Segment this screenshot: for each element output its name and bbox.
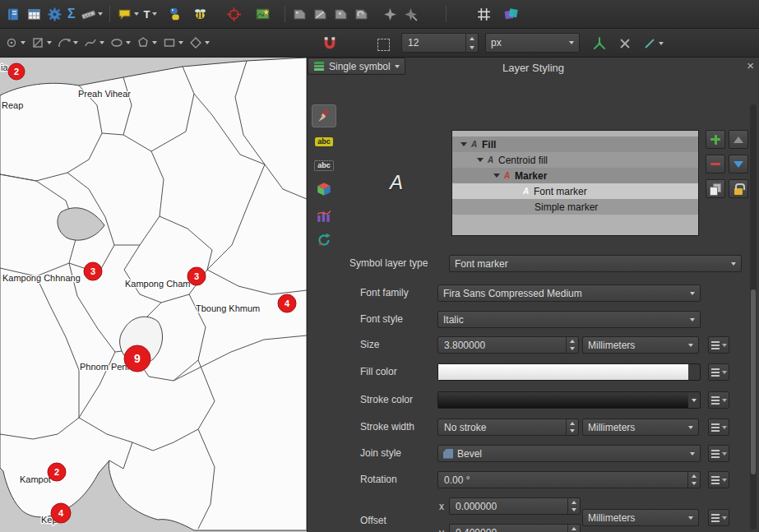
renderer-select[interactable]: Single symbol — [308, 58, 405, 75]
raster-button[interactable] — [252, 2, 273, 25]
annotation-button[interactable] — [114, 2, 141, 25]
stroke-color-override-button[interactable] — [708, 391, 729, 409]
text-annotation-button[interactable]: T — [141, 2, 160, 25]
move-up-button[interactable] — [729, 130, 748, 149]
move-feature-button[interactable] — [28, 31, 54, 54]
symbol-layer-type-select[interactable]: Font marker — [449, 255, 742, 272]
topology-button[interactable] — [589, 32, 610, 55]
font-style-select[interactable]: Italic — [437, 311, 701, 328]
selection-box-button[interactable] — [375, 33, 392, 56]
pin-labels-button[interactable] — [289, 2, 310, 25]
close-icon[interactable]: × — [747, 59, 754, 72]
expand-icon[interactable] — [493, 173, 500, 178]
cluster-marker: 3 — [84, 262, 102, 280]
chevron-down-icon — [692, 399, 697, 402]
stroke-width-override-button[interactable] — [708, 419, 729, 436]
tree-item-fill[interactable]: A Fill — [452, 136, 698, 152]
dashed-box-icon — [377, 39, 390, 51]
font-size-unit-select[interactable]: px — [485, 33, 580, 53]
spinner-steppers[interactable] — [566, 419, 578, 435]
font-family-select[interactable]: Fira Sans Compressed Medium — [437, 285, 701, 302]
offset-y-spinner[interactable]: 0.400000 — [449, 524, 581, 532]
tree-item-simple-marker[interactable]: Simple marker — [452, 199, 698, 215]
size-spinner[interactable]: 3.800000 — [437, 336, 579, 354]
georeferencer-button[interactable] — [224, 2, 244, 25]
add-symbol-layer-button[interactable] — [706, 130, 725, 149]
fill-color-override-button[interactable] — [708, 363, 729, 381]
spinner-steppers[interactable] — [567, 525, 580, 532]
move-down-button[interactable] — [729, 155, 748, 173]
diagram-options-button[interactable] — [400, 2, 421, 25]
map-canvas[interactable]: ia Reap Preah Vihear Kampong Chhnang Kam… — [0, 58, 307, 532]
tree-item-marker[interactable]: A Marker — [452, 168, 698, 183]
duplicate-symbol-layer-button[interactable] — [706, 179, 725, 198]
offset-label: Offset — [360, 515, 386, 526]
lock-color-button[interactable] — [729, 179, 748, 198]
spinner-steppers[interactable] — [687, 472, 700, 488]
tab-histogram[interactable] — [312, 204, 336, 227]
offset-unit-select[interactable]: Millimeters — [582, 509, 699, 526]
stroke-width-label: Stroke width — [360, 421, 414, 433]
stroke-width-spinner[interactable]: No stroke — [437, 419, 579, 436]
tab-history[interactable] — [312, 229, 336, 252]
rectangle-tool-button[interactable] — [160, 31, 186, 54]
rotate-label-button[interactable] — [351, 2, 372, 25]
tab-labels[interactable]: abc — [312, 130, 336, 153]
expand-icon[interactable] — [477, 158, 484, 162]
layout-manager-button[interactable] — [501, 2, 521, 25]
snapping-button[interactable] — [319, 32, 340, 55]
grid-button[interactable] — [474, 2, 494, 25]
spinner-steppers[interactable] — [566, 337, 578, 353]
hash-grid-icon — [476, 7, 492, 22]
scrollbar-thumb[interactable] — [751, 289, 756, 474]
arc-tool-button[interactable] — [54, 31, 81, 54]
stroke-width-unit-select[interactable]: Millimeters — [582, 419, 699, 436]
attribute-table-button[interactable] — [24, 2, 44, 25]
plugins-button[interactable] — [190, 2, 211, 25]
highlight-pinned-labels-button[interactable] — [310, 2, 331, 25]
renderer-value: Single symbol — [329, 61, 391, 72]
tree-item-centroid-fill[interactable]: A Centroid fill — [452, 152, 698, 168]
ellipse-icon — [109, 35, 124, 50]
stroke-color-button[interactable] — [437, 391, 701, 409]
size-override-button[interactable] — [708, 336, 729, 354]
diamond-tool-button[interactable] — [186, 31, 212, 54]
chevron-down-icon — [722, 344, 727, 347]
slash-tool-button[interactable] — [640, 32, 666, 55]
rotation-spinner[interactable]: 0.00 ° — [437, 471, 701, 488]
size-unit-select[interactable]: Millimeters — [582, 336, 699, 354]
tab-3d-view[interactable] — [312, 178, 336, 201]
move-label-button[interactable] — [331, 2, 351, 25]
join-style-select[interactable]: Bevel — [437, 445, 701, 462]
curve-tool-button[interactable] — [81, 31, 107, 54]
chevron-down-icon — [134, 12, 139, 16]
offset-x-spinner[interactable]: 0.000000 — [449, 497, 581, 515]
notebook-button[interactable] — [3, 2, 24, 25]
offset-override-button[interactable] — [708, 509, 729, 526]
remove-symbol-layer-button[interactable] — [706, 155, 725, 173]
rotation-override-button[interactable] — [708, 471, 729, 488]
tab-masks[interactable]: abc — [312, 154, 336, 177]
fill-color-button[interactable] — [437, 363, 701, 381]
settings-button[interactable] — [44, 2, 65, 25]
measure-button[interactable] — [78, 2, 105, 25]
stroke-color-label: Stroke color — [360, 394, 413, 405]
tree-item-font-marker[interactable]: A Font marker — [452, 183, 698, 199]
spinner-steppers[interactable] — [567, 498, 580, 514]
panel-scrollbar[interactable] — [750, 104, 757, 530]
join-style-override-button[interactable] — [708, 445, 729, 462]
tab-symbology[interactable] — [312, 104, 336, 127]
show-unplaced-labels-button[interactable] — [380, 2, 400, 25]
diamond-icon — [188, 35, 203, 50]
python-console-button[interactable] — [164, 2, 185, 25]
spinner-steppers[interactable] — [465, 34, 478, 52]
data-defined-icon — [711, 368, 720, 377]
clear-button[interactable] — [615, 32, 635, 55]
land-polygon — [0, 58, 307, 530]
expand-icon[interactable] — [460, 142, 467, 146]
ellipse-tool-button[interactable] — [107, 31, 133, 54]
font-size-spinner[interactable]: 12 — [401, 33, 479, 53]
polygon-tool-button[interactable] — [133, 31, 160, 54]
vertex-tool-button[interactable] — [2, 31, 28, 54]
statistics-button[interactable]: Σ — [65, 2, 78, 25]
